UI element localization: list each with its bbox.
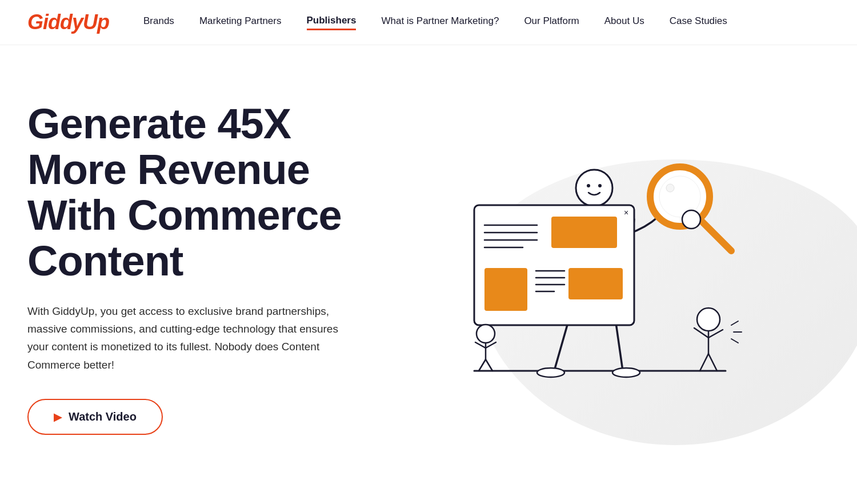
svg-line-30: [700, 354, 708, 371]
svg-line-21: [697, 217, 731, 251]
play-icon: ▶: [54, 411, 62, 423]
watch-video-button[interactable]: ▶ Watch Video: [27, 399, 163, 435]
svg-rect-11: [484, 268, 527, 311]
svg-point-35: [476, 325, 495, 343]
hero-illustration: ×: [382, 125, 830, 411]
hero-subtext: With GiddyUp, you get access to exclusiv…: [27, 302, 347, 374]
nav-item-what-is-partner-marketing[interactable]: What is Partner Marketing?: [381, 15, 499, 29]
main-nav: Brands Marketing Partners Publishers Wha…: [143, 15, 727, 30]
svg-line-31: [708, 354, 717, 371]
watch-video-label: Watch Video: [69, 410, 137, 423]
nav-item-publishers[interactable]: Publishers: [307, 15, 357, 30]
svg-rect-12: [568, 268, 623, 299]
logo[interactable]: GiddyUp: [27, 10, 109, 34]
hero-headline: Generate 45X More Revenue With Commerce …: [27, 101, 382, 284]
svg-line-40: [486, 359, 492, 371]
svg-line-32: [731, 321, 738, 325]
svg-line-39: [479, 359, 486, 371]
svg-point-1: [576, 170, 612, 206]
nav-item-marketing-partners[interactable]: Marketing Partners: [199, 15, 282, 29]
nav-item-our-platform[interactable]: Our Platform: [524, 15, 579, 29]
nav-item-case-studies[interactable]: Case Studies: [670, 15, 727, 29]
hero-section: Generate 45X More Revenue With Commerce …: [0, 45, 857, 479]
hero-content: Generate 45X More Revenue With Commerce …: [27, 101, 382, 435]
svg-rect-10: [551, 217, 617, 248]
site-header: GiddyUp Brands Marketing Partners Publis…: [0, 0, 857, 45]
nav-item-brands[interactable]: Brands: [143, 15, 174, 29]
hero-svg-illustration: ×: [440, 131, 771, 405]
svg-line-34: [731, 339, 738, 343]
svg-point-24: [666, 184, 674, 192]
svg-point-25: [682, 210, 700, 229]
svg-point-26: [697, 308, 720, 331]
nav-item-about-us[interactable]: About Us: [604, 15, 644, 29]
svg-point-2: [587, 184, 590, 187]
svg-point-7: [612, 368, 640, 377]
svg-text:×: ×: [624, 208, 628, 217]
svg-point-6: [537, 368, 564, 377]
svg-point-3: [598, 184, 602, 187]
